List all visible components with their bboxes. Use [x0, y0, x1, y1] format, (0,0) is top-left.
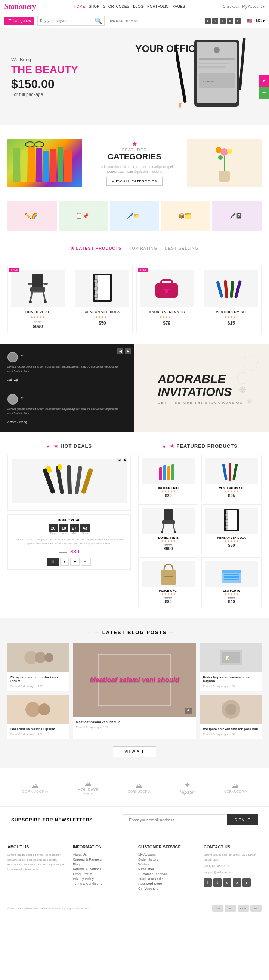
nav-portfolio[interactable]: PORTFOLIO: [147, 5, 169, 9]
featured-img-6: [205, 560, 258, 587]
footer-link-wishlist[interactable]: Wishlist: [138, 862, 196, 866]
tab-latest[interactable]: ★ LATEST PRODUCTS: [70, 246, 122, 251]
svg-point-38: [29, 301, 32, 304]
facebook-icon[interactable]: f: [205, 18, 211, 24]
footer-link-order-status[interactable]: Order Status: [73, 872, 131, 876]
brand-5-mountain: ⛰: [224, 782, 247, 790]
featured-name-1: TINCIDUNT NICC: [142, 486, 195, 490]
blog-img-svg-5: [216, 696, 246, 722]
svg-rect-74: [164, 509, 173, 521]
tab-top-rating[interactable]: TOP RATING: [129, 246, 157, 251]
sidebar-tabs[interactable]: ♥ ⇄: [259, 75, 269, 99]
footer-link-privacy[interactable]: Privacy Policy: [73, 877, 131, 881]
svg-rect-62: [67, 465, 72, 495]
rss-icon[interactable]: r: [235, 18, 240, 24]
svg-rect-34: [30, 287, 45, 292]
view-all-blog: VIEW ALL: [8, 746, 261, 757]
newsletter-email-input[interactable]: [123, 814, 227, 826]
view-all-categories-button[interactable]: VIEW ALL CATEGORIES: [106, 177, 163, 186]
featured-price-5: $80: [142, 599, 195, 604]
featured-item-3: DONEC VITAE ★★★★★ $3.99 $990: [138, 504, 199, 554]
nav-pages[interactable]: PAGES: [173, 5, 185, 9]
svg-point-97: [38, 703, 50, 715]
testimonial-author-name-2: Adam Strong: [8, 420, 27, 424]
footer-about-title: ABOUT US: [8, 845, 66, 849]
featured-categories-section: ★ FEATURED CATEGORIES Lorem ipsum dolor …: [0, 126, 269, 201]
compare-tab[interactable]: ⇄: [259, 87, 269, 99]
newsletter-signup-button[interactable]: SIGNUP: [227, 814, 258, 826]
sub-cat-1[interactable]: ✏️🌈: [8, 201, 57, 231]
next-testimonial[interactable]: ▶: [125, 348, 131, 354]
sub-cat-2[interactable]: 📋📌: [59, 201, 108, 231]
prev-deal[interactable]: ◀: [117, 458, 122, 462]
footer-link-gift[interactable]: Gift Vouchers: [138, 887, 196, 891]
footer-link-careers[interactable]: Careers & Partners: [73, 858, 131, 861]
wishlist-btn[interactable]: ♥: [60, 558, 69, 566]
sub-cat-5[interactable]: 🖋️📓: [212, 201, 261, 231]
svg-point-95: [45, 653, 53, 662]
nav-shop[interactable]: SHOP: [88, 5, 99, 9]
footer-col-about: ABOUT US Lorem ipsum dolor sit amet, con…: [8, 845, 66, 892]
next-deal[interactable]: ▶: [123, 458, 127, 462]
svg-rect-69: [167, 466, 170, 480]
footer-facebook[interactable]: f: [203, 878, 212, 887]
featured-name-3: DONEC VITAE: [142, 536, 195, 539]
nav-links: HOME SHOP SHORTCODES BLOG PORTFOLIO PAGE…: [74, 5, 185, 9]
featured-stars-4: ★★★★★: [205, 539, 258, 543]
nav-blog[interactable]: BLOG: [133, 5, 144, 9]
featured-item-1: TINCIDUNT NICC ★★★★★ $20: [138, 455, 199, 501]
svg-rect-86: [161, 570, 176, 585]
sub-cat-4[interactable]: 📦🗂️: [161, 201, 210, 231]
product-name-1: DONEC VITAE: [11, 310, 65, 314]
minutes-label: Mins: [70, 532, 79, 535]
blog-meta-4: Posted 3 days ago · 151: [203, 684, 259, 688]
wishlist-tab[interactable]: ♥: [259, 75, 269, 87]
prev-testimonial[interactable]: ◀: [117, 348, 123, 354]
compare-btn[interactable]: ⇄: [70, 558, 80, 566]
language-select[interactable]: ENG ▾: [254, 19, 264, 23]
add-to-cart-btn[interactable]: 🛒: [48, 558, 59, 566]
pens-svg: [216, 277, 246, 300]
pinterest-icon[interactable]: p: [227, 18, 233, 24]
footer-link-order-history[interactable]: Order History: [138, 858, 196, 861]
svg-rect-11: [13, 148, 20, 182]
footer-link-blog[interactable]: Blog: [73, 862, 131, 866]
search-icon[interactable]: 🔍: [94, 17, 102, 24]
footer-google[interactable]: g: [223, 878, 231, 887]
sub-cat-3[interactable]: 🖊️📂: [110, 201, 160, 231]
footer-link-password[interactable]: Password Store: [138, 882, 196, 886]
product-old-price-1: $3,99: [11, 321, 65, 324]
nav-home[interactable]: HOME: [74, 5, 85, 9]
view-all-blog-button[interactable]: VIEW ALL: [113, 746, 156, 757]
footer-link-returns[interactable]: Returns & Refunds: [73, 867, 131, 871]
testimonial-item-1: " Lorem ipsum dolor sit amet, consectetu…: [8, 352, 127, 388]
blog-left-col: Excepteur aliquip turduckenu ipsum Poste…: [8, 643, 69, 739]
checkout-link[interactable]: Checkout: [223, 5, 239, 9]
footer-twitter[interactable]: t: [213, 878, 221, 887]
footer-link-terms[interactable]: Terms & Conditions: [73, 882, 131, 886]
featured-img-1: [142, 458, 195, 484]
search-input[interactable]: [40, 19, 94, 23]
footer-pinterest[interactable]: p: [233, 878, 241, 887]
testimonial-footer-2: Adam Strong: [8, 418, 127, 425]
footer-link-newsletter[interactable]: Newsletter: [138, 867, 196, 871]
tab-best-selling[interactable]: BEST SELLING: [165, 246, 199, 251]
nav-shortcodes[interactable]: SHORTCODES: [103, 5, 129, 9]
account-link[interactable]: My Account ▾: [242, 5, 264, 9]
footer-link-about-us[interactable]: About Us: [73, 853, 131, 856]
categories-button[interactable]: ☰ Categories: [5, 17, 34, 25]
product-price-3: $79: [140, 321, 194, 326]
blog-overlay: Meatloaf salami veni should: [90, 676, 179, 684]
footer-link-feedback[interactable]: Customer Feedback: [138, 872, 196, 876]
google-icon[interactable]: g: [220, 18, 226, 24]
footer-rss[interactable]: r: [242, 878, 251, 887]
twitter-icon[interactable]: t: [212, 18, 218, 24]
footer-link-track[interactable]: Track Your Order: [138, 877, 196, 881]
view-btn[interactable]: 👁: [81, 558, 91, 566]
footer-info-title: INFORMATION: [73, 845, 131, 849]
featured-img-3: [142, 508, 195, 534]
hero-text: We Bring THE BEAUTY $150.00 For full pac…: [11, 57, 258, 97]
blog-img-1: [8, 643, 69, 673]
blog-card-2: Deserunt se meatball ipsum Posted 3 days…: [8, 695, 69, 739]
footer-link-account[interactable]: My Account: [138, 853, 196, 856]
